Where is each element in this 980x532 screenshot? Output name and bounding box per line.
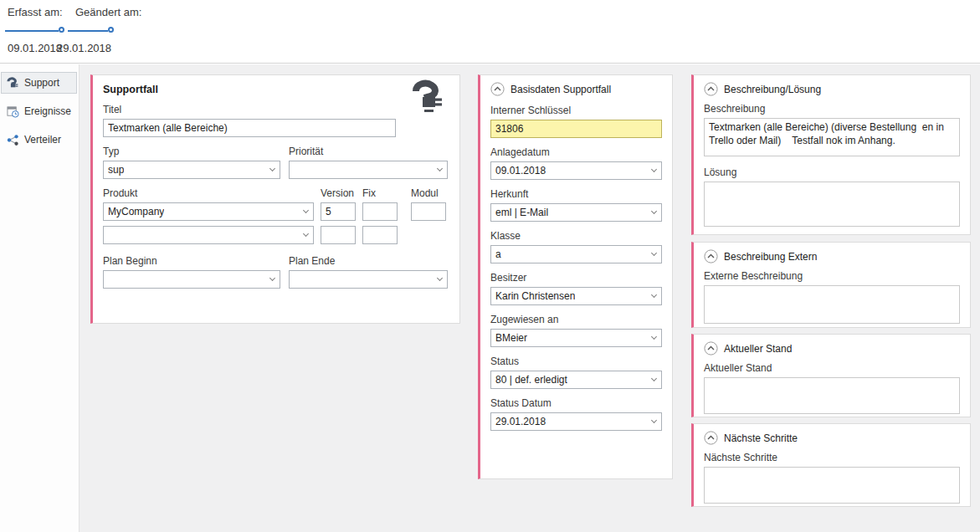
support-plug-icon	[6, 76, 20, 90]
erfasst-date-value: 09.01.2018	[8, 42, 62, 54]
erfasst-am-label: Erfasst am:	[8, 6, 63, 18]
version-input[interactable]	[321, 202, 356, 221]
naechste-schritte-textarea[interactable]	[704, 467, 960, 504]
aktueller-stand-panel-title: Aktueller Stand	[724, 343, 792, 355]
chevron-up-circle-icon	[704, 431, 718, 445]
supportfall-panel-title: Supportfall	[103, 84, 448, 95]
beschreibung-extern-panel-title: Beschreibung Extern	[724, 251, 817, 263]
sidebar-item-label: Verteiler	[24, 134, 61, 146]
chevron-down-icon	[303, 207, 309, 213]
status-datum-dropdown[interactable]: 29.01.2018	[490, 412, 662, 431]
collapse-button[interactable]	[704, 341, 718, 356]
collapse-button[interactable]	[704, 249, 718, 263]
aktueller-stand-textarea[interactable]	[704, 377, 960, 414]
prioritaet-dropdown[interactable]	[289, 161, 448, 179]
timeline-dot-geaendert[interactable]	[108, 27, 114, 33]
typ-label: Typ	[103, 146, 280, 157]
version-label: Version	[321, 187, 356, 199]
interner-schluessel-label: Interner Schlüssel	[490, 105, 662, 116]
company-plug-logo-icon	[409, 79, 448, 116]
naechste-schritte-panel: Nächste Schritte Nächste Schritte	[691, 423, 971, 507]
chevron-up-circle-icon	[704, 341, 718, 356]
loesung-label: Lösung	[704, 166, 960, 178]
basisdaten-panel: Basisdaten Supportfall Interner Schlüsse…	[478, 74, 673, 479]
modul-input[interactable]	[411, 202, 446, 221]
collapse-button[interactable]	[704, 431, 718, 445]
sidebar-item-label: Support	[24, 77, 59, 89]
events-calendar-clock-icon	[6, 105, 20, 118]
plan-ende-dropdown[interactable]	[289, 270, 448, 289]
geaendert-am-label: Geändert am:	[75, 6, 142, 18]
beschreibung-textarea[interactable]: Textmarken (alle Bereiche) (diverse Best…	[704, 118, 960, 156]
modul-label: Modul	[411, 187, 446, 199]
produkt-dropdown[interactable]: MyCompany	[103, 202, 314, 221]
beschreibung-label: Beschreibung	[704, 103, 960, 115]
chevron-up-circle-icon	[490, 82, 505, 96]
loesung-textarea[interactable]	[704, 182, 960, 227]
geaendert-date-value: 29.01.2018	[57, 42, 111, 54]
plan-beginn-dropdown[interactable]	[103, 270, 280, 289]
basisdaten-panel-title: Basisdaten Supportfall	[511, 84, 611, 95]
timeline-dot-erfasst[interactable]	[59, 27, 64, 33]
chevron-up-circle-icon	[704, 82, 718, 96]
beschreibung-loesung-panel: Beschreibung/Lösung Beschreibung Textmar…	[691, 74, 971, 235]
interner-schluessel-input[interactable]	[490, 120, 662, 138]
timeline-line	[68, 30, 108, 32]
supportfall-panel: Supportfall Titel Typ sup	[90, 74, 460, 324]
anlagedatum-dropdown[interactable]: 09.01.2018	[490, 161, 662, 180]
sidebar-item-verteiler[interactable]: Verteiler	[2, 130, 76, 150]
status-dropdown[interactable]: 80 | def. erledigt	[490, 371, 662, 389]
version2-input[interactable]	[321, 226, 356, 244]
sidebar-item-ereignisse[interactable]: Ereignisse	[2, 101, 76, 121]
typ-dropdown[interactable]: sup	[103, 161, 280, 179]
naechste-schritte-panel-title: Nächste Schritte	[724, 432, 798, 444]
zugewiesen-an-label: Zugewiesen an	[490, 314, 662, 325]
produkt2-dropdown[interactable]	[103, 226, 314, 244]
fix-label: Fix	[362, 187, 398, 199]
chevron-down-icon	[269, 275, 275, 281]
aktueller-stand-panel: Aktueller Stand Aktueller Stand	[691, 334, 971, 417]
beschreibung-loesung-panel-title: Beschreibung/Lösung	[724, 84, 821, 95]
plan-ende-label: Plan Ende	[289, 255, 448, 267]
plan-beginn-label: Plan Beginn	[103, 255, 280, 267]
zugewiesen-an-dropdown[interactable]: BMeier	[490, 329, 662, 347]
prioritaet-label: Priorität	[289, 146, 448, 157]
share-network-icon	[6, 133, 20, 146]
besitzer-label: Besitzer	[490, 272, 662, 284]
fix-input[interactable]	[362, 202, 398, 221]
chevron-down-icon	[437, 166, 443, 171]
herkunft-dropdown[interactable]: eml | E-Mail	[490, 203, 662, 222]
record-dates-header: Erfasst am: Geändert am: 09.01.2018 29.0…	[0, 0, 980, 64]
beschreibung-extern-panel: Beschreibung Extern Externe Beschreibung	[691, 242, 971, 328]
aktueller-stand-label: Aktueller Stand	[704, 362, 960, 374]
app-window: Erfasst am: Geändert am: 09.01.2018 29.0…	[0, 0, 980, 532]
chevron-down-icon	[651, 334, 657, 340]
collapse-button[interactable]	[704, 82, 718, 96]
collapse-button[interactable]	[490, 82, 505, 96]
timeline-line	[5, 30, 59, 32]
chevron-down-icon	[651, 292, 657, 298]
sidebar-item-support[interactable]: Support	[2, 73, 76, 93]
chevron-up-circle-icon	[704, 249, 718, 263]
status-datum-label: Status Datum	[490, 397, 662, 409]
klasse-label: Klasse	[490, 230, 662, 242]
klasse-dropdown[interactable]: a	[490, 245, 662, 263]
status-label: Status	[490, 356, 662, 367]
herkunft-label: Herkunft	[490, 188, 662, 200]
produkt-label: Produkt	[103, 187, 314, 199]
besitzer-dropdown[interactable]: Karin Christensen	[490, 287, 662, 305]
chevron-down-icon	[651, 376, 657, 381]
chevron-down-icon	[651, 250, 657, 256]
chevron-down-icon	[651, 166, 657, 172]
sidebar: Support Ereignisse	[0, 64, 80, 532]
fix2-input[interactable]	[362, 226, 398, 244]
externe-beschreibung-textarea[interactable]	[704, 285, 960, 324]
sidebar-item-label: Ereignisse	[24, 105, 71, 117]
main-content: Supportfall Titel Typ sup	[80, 64, 980, 532]
titel-input[interactable]	[103, 119, 396, 137]
chevron-down-icon	[269, 166, 275, 171]
chevron-down-icon	[651, 208, 657, 214]
chevron-down-icon	[437, 275, 443, 281]
chevron-down-icon	[303, 231, 309, 237]
externe-beschreibung-label: Externe Beschreibung	[704, 270, 960, 282]
